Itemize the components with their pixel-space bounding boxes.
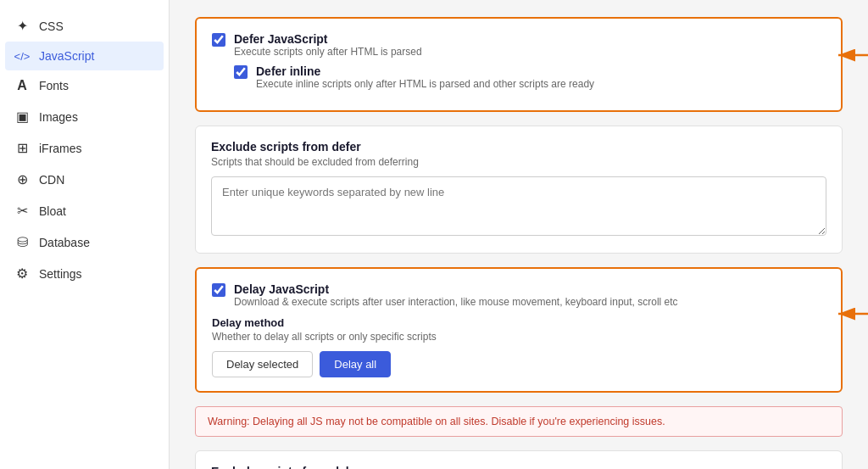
bloat-icon: ✂	[14, 203, 31, 219]
defer-javascript-section: Defer JavaScript Execute scripts only af…	[195, 17, 843, 112]
delay-javascript-checkbox[interactable]	[212, 283, 225, 297]
sidebar-item-cdn[interactable]: ⊕ CDN	[0, 164, 169, 195]
delay-javascript-title: Delay JavaScript	[234, 282, 678, 296]
defer-javascript-checkbox[interactable]	[212, 33, 225, 47]
sidebar-item-iframes[interactable]: ⊞ iFrames	[0, 132, 169, 164]
database-icon: ⛁	[14, 234, 31, 250]
delay-arrow	[834, 301, 868, 330]
exclude-defer-section: Exclude scripts from defer Scripts that …	[195, 126, 843, 254]
sidebar-item-css[interactable]: ✦ CSS	[0, 10, 169, 42]
defer-javascript-row: Defer JavaScript Execute scripts only af…	[212, 32, 826, 58]
defer-inline-desc: Execute inline scripts only after HTML i…	[256, 78, 594, 90]
cdn-icon: ⊕	[14, 171, 31, 187]
delay-method-label: Delay method	[212, 316, 826, 329]
delay-javascript-row: Delay JavaScript Download & execute scri…	[212, 282, 826, 308]
delay-method-desc: Whether to delay all scripts or only spe…	[212, 331, 826, 343]
defer-inline-title: Defer inline	[256, 64, 594, 78]
sidebar-item-database[interactable]: ⛁ Database	[0, 226, 169, 258]
defer-inline-section: Defer inline Execute inline scripts only…	[234, 64, 826, 90]
warning-box: Warning: Delaying all JS may not be comp…	[195, 406, 843, 437]
defer-inline-checkbox[interactable]	[234, 65, 248, 79]
iframes-icon: ⊞	[14, 140, 31, 156]
sidebar-item-settings[interactable]: ⚙ Settings	[0, 258, 169, 289]
delay-method-buttons: Delay selected Delay all	[212, 351, 826, 377]
warning-text: Warning: Delaying all JS may not be comp…	[208, 416, 665, 427]
exclude-defer-desc: Scripts that should be excluded from def…	[211, 156, 826, 168]
delay-all-button[interactable]: Delay all	[320, 351, 391, 377]
defer-arrow	[834, 42, 868, 71]
delay-javascript-section: Delay JavaScript Download & execute scri…	[195, 267, 843, 393]
javascript-icon: </>	[14, 50, 31, 63]
delay-selected-button[interactable]: Delay selected	[212, 351, 313, 377]
exclude-defer-textarea[interactable]	[211, 176, 826, 236]
sidebar: ✦ CSS </> JavaScript A Fonts ▣ Images ⊞ …	[0, 0, 170, 469]
main-content: Defer JavaScript Execute scripts only af…	[170, 0, 868, 469]
sidebar-item-images[interactable]: ▣ Images	[0, 101, 169, 132]
exclude-delay-section: Exclude scripts from delay Scripts that …	[195, 450, 843, 469]
exclude-delay-title: Exclude scripts from delay	[211, 465, 826, 469]
settings-icon: ⚙	[14, 265, 31, 282]
fonts-icon: A	[14, 78, 31, 93]
exclude-defer-title: Exclude scripts from defer	[211, 140, 826, 154]
sidebar-item-bloat[interactable]: ✂ Bloat	[0, 195, 169, 226]
defer-javascript-title: Defer JavaScript	[234, 32, 422, 46]
delay-javascript-desc: Download & execute scripts after user in…	[234, 296, 678, 308]
css-icon: ✦	[14, 18, 31, 34]
sidebar-item-fonts[interactable]: A Fonts	[0, 70, 169, 101]
defer-javascript-desc: Execute scripts only after HTML is parse…	[234, 46, 422, 58]
images-icon: ▣	[14, 109, 31, 125]
sidebar-item-javascript[interactable]: </> JavaScript	[5, 42, 164, 70]
